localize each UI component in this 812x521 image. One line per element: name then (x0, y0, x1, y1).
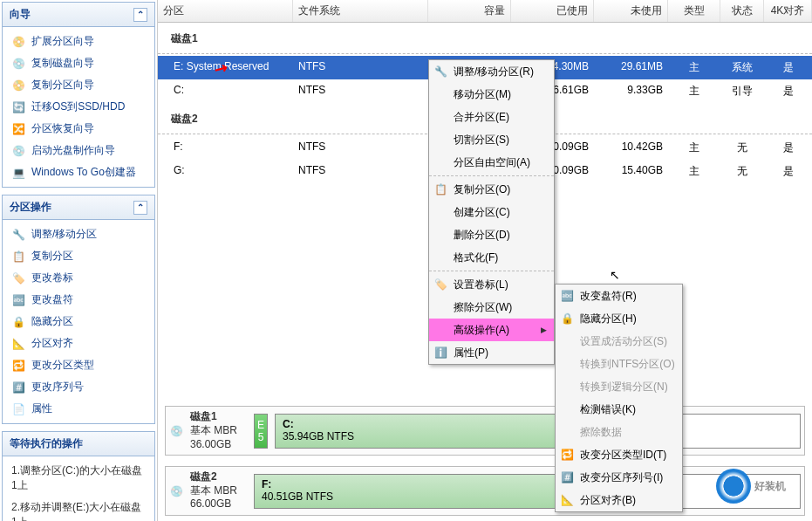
pending-items: 1.调整分区(C:)的大小在磁盘1上2.移动并调整(E:)大小在磁盘1上 (3, 456, 154, 521)
sidebar-item[interactable]: 🔄 迁移OS到SSD/HDD (3, 96, 154, 118)
menu-item-label: 复制分区(O) (454, 182, 510, 197)
wizard-panel-title: 向导 (10, 7, 31, 22)
cell-free: 10.42GB (594, 139, 668, 157)
disk1-c-segment[interactable]: C:35.94GB NTFS (275, 414, 801, 449)
sidebar-item[interactable]: 📋 复制分区 (3, 245, 154, 267)
menu-item[interactable]: 擦除数据 (556, 421, 682, 443)
sidebar-item[interactable]: 📀 扩展分区向导 (3, 31, 154, 52)
menu-item-icon (433, 132, 448, 147)
th-status[interactable]: 状态 (720, 0, 764, 22)
th-4k[interactable]: 4K对齐 (764, 0, 812, 22)
menu-item[interactable]: 🔤 改变盘符(R) (556, 284, 682, 307)
th-filesystem[interactable]: 文件系统 (293, 0, 428, 22)
item-icon: 📄 (11, 402, 25, 416)
menu-item[interactable]: 转换到逻辑分区(N) (556, 375, 682, 398)
th-used[interactable]: 已使用 (511, 0, 594, 22)
menu-item-label: 格式化(F) (454, 250, 498, 265)
th-type[interactable]: 类型 (668, 0, 720, 22)
cell-4k: 是 (764, 82, 812, 100)
sidebar-item-label: 扩展分区向导 (31, 34, 94, 49)
menu-item[interactable]: 分区自由空间(A) (429, 151, 554, 174)
main-area: 分区 文件系统 容量 已使用 未使用 类型 状态 4K对齐 磁盘1 E: Sys… (158, 0, 812, 521)
submenu-arrow-icon: ▶ (541, 326, 547, 334)
sidebar-item[interactable]: 🏷️ 更改卷标 (3, 267, 154, 289)
menu-item[interactable]: 合并分区(E) (429, 106, 554, 128)
menu-item[interactable]: 📋 复制分区(O) (429, 178, 554, 201)
menu-item[interactable]: 检测错误(K) (556, 398, 682, 421)
watermark-logo-icon (716, 469, 751, 504)
menu-item-icon: #️⃣ (559, 470, 575, 485)
disk1-e-segment[interactable]: E 5 (254, 414, 268, 449)
pending-item[interactable]: 1.调整分区(C:)的大小在磁盘1上 (3, 460, 154, 497)
menu-item[interactable]: 🔁 改变分区类型ID(T) (556, 443, 682, 466)
pending-item[interactable]: 2.移动并调整(E:)大小在磁盘1上 (3, 497, 154, 521)
menu-item[interactable]: 格式化(F) (429, 246, 554, 269)
menu-item-icon (559, 333, 575, 349)
menu-item[interactable]: 移动分区(M) (429, 83, 554, 106)
menu-item-icon: 📋 (433, 182, 448, 197)
disk2-bar-label: 磁盘2 基本 MBR 66.00GB (190, 470, 247, 511)
menu-item[interactable]: 擦除分区(W) (429, 296, 554, 319)
cell-type: 主 (668, 139, 720, 157)
menu-item-icon (559, 356, 575, 372)
menu-item[interactable]: 切割分区(S) (429, 128, 554, 151)
item-icon: 🔀 (11, 122, 25, 136)
disk-icon: 💿 (169, 424, 183, 438)
context-submenu: 🔤 改变盘符(R) 🔒 隐藏分区(H) 设置成活动分区(S) 转换到NTFS分区… (555, 284, 683, 512)
sidebar-item[interactable]: 🔤 更改盘符 (3, 289, 154, 311)
menu-item[interactable]: ℹ️ 属性(P) (429, 341, 554, 364)
sidebar-item[interactable]: #️⃣ 更改序列号 (3, 376, 154, 398)
menu-item-icon (559, 401, 575, 417)
menu-item-label: 改变分区序列号(I) (580, 470, 663, 485)
menu-item-label: 擦除数据 (580, 425, 622, 440)
menu-item-icon (433, 204, 448, 220)
menu-item-label: 合并分区(E) (454, 110, 509, 125)
collapse-icon[interactable]: ⌃ (133, 8, 147, 22)
menu-item[interactable]: 删除分区(D) (429, 223, 554, 246)
th-free[interactable]: 未使用 (594, 0, 668, 22)
sidebar-item-label: 复制磁盘向导 (31, 56, 94, 71)
item-icon: 📀 (11, 79, 25, 93)
cell-partition: F: (158, 139, 293, 157)
sidebar-item[interactable]: 🔀 分区恢复向导 (3, 118, 154, 140)
cell-partition: G: (158, 162, 293, 181)
ops-panel-header[interactable]: 分区操作 ⌃ (3, 195, 154, 220)
sidebar-item[interactable]: 📄 属性 (3, 398, 154, 420)
sidebar-item[interactable]: 💿 启动光盘制作向导 (3, 140, 154, 161)
sidebar-item[interactable]: 🔧 调整/移动分区 (3, 223, 154, 245)
sidebar-item[interactable]: 💿 复制磁盘向导 (3, 52, 154, 74)
disk2-bar[interactable]: 💿 磁盘2 基本 MBR 66.00GB F:40.51GB NTFS (165, 466, 805, 516)
pending-panel-header[interactable]: 等待执行的操作 (3, 432, 154, 456)
menu-item[interactable]: 高级操作(A) ▶ (429, 319, 554, 341)
disk-icon: 💿 (169, 484, 183, 498)
menu-item[interactable]: 🔧 调整/移动分区(R) (429, 60, 554, 83)
menu-item-icon (433, 86, 448, 102)
disk1-bar[interactable]: 💿 磁盘1 基本 MBR 36.00GB E 5 C:35.94GB NTFS (165, 406, 805, 456)
collapse-icon[interactable]: ⌃ (133, 201, 147, 215)
item-icon: 🏷️ (11, 271, 25, 285)
th-partition[interactable]: 分区 (158, 0, 293, 22)
sidebar-item[interactable]: 📀 复制分区向导 (3, 74, 154, 96)
menu-item-icon (559, 379, 575, 394)
wizard-panel-header[interactable]: 向导 ⌃ (3, 3, 154, 27)
sidebar-item[interactable]: 📐 分区对齐 (3, 332, 154, 354)
menu-item-label: 设置成活动分区(S) (580, 334, 667, 349)
menu-item-label: 删除分区(D) (454, 228, 510, 243)
menu-item[interactable]: #️⃣ 改变分区序列号(I) (556, 466, 682, 489)
menu-item[interactable]: 转换到NTFS分区(O) (556, 353, 682, 375)
sidebar-item[interactable]: 🔁 更改分区类型 (3, 354, 154, 376)
item-icon: 🔤 (11, 293, 25, 307)
menu-item[interactable]: 🏷️ 设置卷标(L) (429, 273, 554, 296)
menu-item[interactable]: 创建分区(C) (429, 201, 554, 223)
menu-item[interactable]: 🔒 隐藏分区(H) (556, 307, 682, 330)
item-icon: 📋 (11, 250, 25, 264)
menu-item[interactable]: 设置成活动分区(S) (556, 330, 682, 353)
menu-item-icon (433, 322, 448, 338)
sidebar-item-label: 更改盘符 (31, 292, 73, 307)
menu-item-icon: 🔤 (559, 288, 575, 304)
sidebar-item[interactable]: 💻 Windows To Go创建器 (3, 161, 154, 183)
item-icon: 📀 (11, 35, 25, 49)
menu-item[interactable]: 📐 分区对齐(B) (556, 489, 682, 511)
th-capacity[interactable]: 容量 (428, 0, 511, 22)
sidebar-item[interactable]: 🔒 隐藏分区 (3, 311, 154, 332)
